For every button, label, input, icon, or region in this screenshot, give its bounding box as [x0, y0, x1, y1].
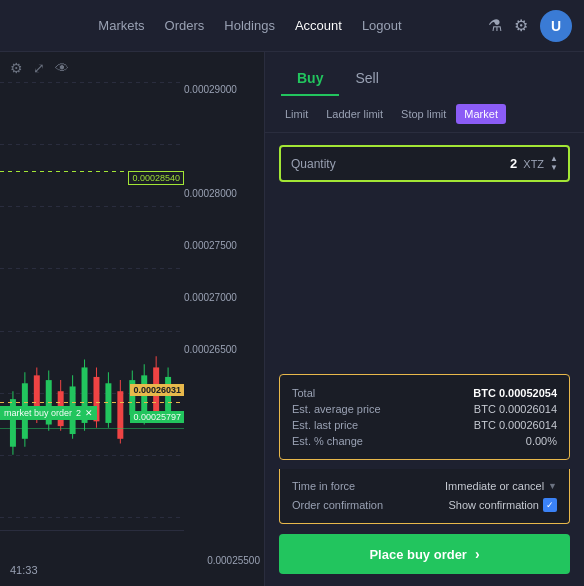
tab-buy[interactable]: Buy — [281, 64, 339, 96]
nav-items: Markets Orders Holdings Account Logout — [12, 14, 488, 37]
quantity-spinner[interactable]: ▲ ▼ — [550, 155, 558, 172]
price-labels: 0.00029000 0.00028000 0.00027500 0.00027… — [184, 82, 264, 394]
place-buy-order-button[interactable]: Place buy order › — [279, 534, 570, 574]
summary-total-label: Total — [292, 387, 315, 399]
buy-sell-tabs: Buy Sell — [265, 52, 584, 96]
order-confirmation-toggle[interactable]: Show confirmation ✓ — [449, 498, 558, 512]
price-label-3: 0.00028000 — [184, 186, 264, 238]
chart-expand-icon[interactable]: ⤢ — [33, 60, 45, 76]
spinner-down[interactable]: ▼ — [550, 164, 558, 172]
summary-pct-label: Est. % change — [292, 435, 363, 447]
flask-icon[interactable]: ⚗ — [488, 16, 502, 35]
tab-stop-limit[interactable]: Stop limit — [393, 104, 454, 124]
nav-orders[interactable]: Orders — [165, 14, 205, 37]
order-tag-text: market buy order — [4, 408, 72, 418]
place-order-label: Place buy order — [369, 547, 467, 562]
nav-account[interactable]: Account — [295, 14, 342, 37]
price-label-6: 0.00026500 — [184, 342, 264, 394]
tab-limit[interactable]: Limit — [277, 104, 316, 124]
summary-last-label: Est. last price — [292, 419, 358, 431]
order-confirmation-row: Order confirmation Show confirmation ✓ — [292, 495, 557, 515]
order-summary: Total BTC 0.00052054 Est. average price … — [279, 374, 570, 460]
order-close-icon[interactable]: ✕ — [85, 408, 93, 418]
nav-markets[interactable]: Markets — [98, 14, 144, 37]
time-in-force-text: Immediate or cancel — [445, 480, 544, 492]
time-in-force-label: Time in force — [292, 480, 355, 492]
chart-eye-icon[interactable]: 👁 — [55, 60, 69, 76]
time-in-force-row: Time in force Immediate or cancel ▼ — [292, 477, 557, 495]
summary-last-row: Est. last price BTC 0.00026014 — [292, 417, 557, 433]
chart-gear-icon[interactable]: ⚙ — [10, 60, 23, 76]
order-tag[interactable]: market buy order 2 ✕ — [0, 406, 97, 420]
order-confirmation-text: Show confirmation — [449, 499, 540, 511]
order-price-line — [0, 428, 184, 429]
order-tag-qty: 2 — [76, 408, 81, 418]
price-label-5: 0.00027000 — [184, 290, 264, 342]
order-confirmation-label: Order confirmation — [292, 499, 383, 511]
summary-total-row: Total BTC 0.00052054 — [292, 385, 557, 401]
current-price-line — [0, 402, 184, 403]
summary-avg-label: Est. average price — [292, 403, 381, 415]
price-label-2 — [184, 134, 264, 186]
summary-pct-value: 0.00% — [526, 435, 557, 447]
confirmation-checkbox[interactable]: ✓ — [543, 498, 557, 512]
price-label-1: 0.00029000 — [184, 82, 264, 134]
right-panel: Buy Sell Limit Ladder limit Stop limit M… — [265, 52, 584, 586]
gear-icon[interactable]: ⚙ — [514, 16, 528, 35]
quantity-field[interactable]: Quantity 2 XTZ ▲ ▼ — [279, 145, 570, 182]
price-label-4: 0.00027500 — [184, 238, 264, 290]
spinner-up[interactable]: ▲ — [550, 155, 558, 163]
chart-panel: ⚙ ⤢ 👁 0.00029000 0.00028000 0.00027500 0… — [0, 52, 265, 586]
nav-icons: ⚗ ⚙ U — [488, 10, 572, 42]
trading-form: Quantity 2 XTZ ▲ ▼ Total BTC 0.00052054 … — [265, 133, 584, 586]
chart-area: 0.00028540 0.00026031 0.00025797 market … — [0, 82, 184, 526]
top-navigation: Markets Orders Holdings Account Logout ⚗… — [0, 0, 584, 52]
chart-divider — [0, 530, 184, 531]
summary-avg-row: Est. average price BTC 0.00026014 — [292, 401, 557, 417]
quantity-unit: XTZ — [523, 158, 544, 170]
price-marker-28540: 0.00028540 — [128, 171, 184, 185]
avatar[interactable]: U — [540, 10, 572, 42]
price-bottom-label: 0.00025500 — [184, 555, 264, 566]
dropdown-arrow-icon: ▼ — [548, 481, 557, 491]
order-type-tabs: Limit Ladder limit Stop limit Market — [265, 96, 584, 133]
chart-toolbar: ⚙ ⤢ 👁 — [0, 52, 264, 84]
main-layout: ⚙ ⤢ 👁 0.00029000 0.00028000 0.00027500 0… — [0, 52, 584, 586]
time-in-force-value[interactable]: Immediate or cancel ▼ — [445, 480, 557, 492]
quantity-label: Quantity — [291, 157, 510, 171]
summary-pct-row: Est. % change 0.00% — [292, 433, 557, 449]
time-value: 41:33 — [10, 564, 38, 576]
tab-sell[interactable]: Sell — [339, 64, 394, 96]
tab-ladder-limit[interactable]: Ladder limit — [318, 104, 391, 124]
order-options: Time in force Immediate or cancel ▼ Orde… — [279, 469, 570, 524]
place-order-arrow-icon: › — [475, 546, 480, 562]
candlestick-chart — [0, 82, 184, 526]
summary-last-value: BTC 0.00026014 — [474, 419, 557, 431]
summary-avg-value: BTC 0.00026014 — [474, 403, 557, 415]
quantity-value: 2 — [510, 156, 517, 171]
tab-market[interactable]: Market — [456, 104, 506, 124]
nav-holdings[interactable]: Holdings — [224, 14, 275, 37]
nav-logout[interactable]: Logout — [362, 14, 402, 37]
current-price-label: 0.00026031 — [130, 384, 184, 396]
form-spacer — [279, 194, 570, 374]
order-price-label: 0.00025797 — [130, 411, 184, 423]
summary-total-value: BTC 0.00052054 — [473, 387, 557, 399]
time-display: 41:33 — [10, 564, 38, 576]
